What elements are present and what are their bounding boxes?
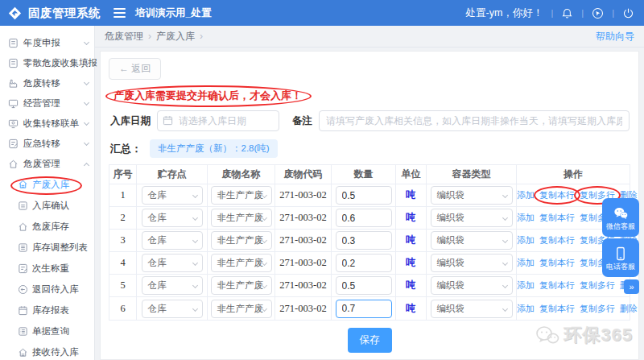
document-pen-icon: [8, 139, 19, 149]
add-row-link[interactable]: 添加: [517, 279, 535, 292]
divider: |: [581, 8, 584, 18]
wechat-service-button[interactable]: 微信客服: [602, 198, 639, 237]
inbound-date-input[interactable]: [157, 110, 279, 131]
sidebar-item-stock-report[interactable]: 库存报表: [0, 300, 94, 321]
copy-row-link[interactable]: 复制本行: [539, 279, 575, 292]
container-value: 编织袋: [437, 279, 465, 292]
container-select[interactable]: 编织袋: [431, 276, 513, 295]
waste-name-select[interactable]: 非生产产废: [211, 231, 272, 250]
sidebar-item-label: 单据查询: [32, 325, 69, 337]
add-row-link[interactable]: 添加: [517, 257, 535, 269]
sidebar-item-waste-inbound[interactable]: 产废入库: [0, 174, 94, 195]
return-arrow-icon: [18, 284, 28, 295]
container-value: 编织袋: [437, 212, 465, 224]
storage-select[interactable]: 仓库: [142, 209, 203, 227]
waste-name-select[interactable]: 非生产产废: [211, 254, 272, 272]
breadcrumb-level1[interactable]: 危废管理: [105, 30, 143, 43]
sidebar-item-return-pending[interactable]: 退回待入库: [0, 279, 94, 300]
sidebar-nav: 年度申报 零散危废收集填报 危废转移 经营管理 收集转移联单 应急转移 危废管理: [0, 26, 95, 360]
remark-input[interactable]: [319, 110, 630, 131]
guide-demo-icon[interactable]: [592, 7, 604, 19]
quantity-input[interactable]: [336, 231, 392, 250]
copy-row-link[interactable]: 复制本行: [539, 303, 575, 315]
sidebar-item-label: 危废管理: [23, 158, 60, 170]
save-button[interactable]: 保存: [348, 328, 392, 353]
sidebar-item-secondary-weigh[interactable]: 次生称重: [0, 258, 94, 279]
waste-code: 271-003-02: [275, 275, 332, 296]
sidebar-item-doc-query[interactable]: 单据查询: [0, 321, 94, 341]
quantity-input[interactable]: [336, 209, 392, 227]
row-index: 3: [109, 230, 137, 251]
sidebar-item-waste-transfer[interactable]: 危废转移: [0, 73, 94, 93]
container-select[interactable]: 编织袋: [431, 186, 513, 205]
col-header-container: 容器类型: [427, 165, 517, 184]
quantity-input[interactable]: [336, 276, 392, 295]
waste-name-select[interactable]: 非生产产废: [211, 300, 272, 318]
chevron-down-icon: [192, 283, 197, 288]
breadcrumb-level2[interactable]: 产废入库: [156, 30, 195, 43]
copy-multi-rows-link[interactable]: 复制多行: [580, 303, 615, 315]
sidebar-item-inbound-confirm[interactable]: 入库确认: [0, 195, 94, 216]
row-index: 6: [109, 297, 137, 320]
copy-row-link[interactable]: 复制本行: [539, 212, 575, 224]
notification-bell-icon[interactable]: [561, 7, 573, 19]
user-greeting: 处置-ym，你好！: [466, 6, 543, 20]
menu-toggle-icon[interactable]: [114, 8, 126, 18]
divider: |: [551, 8, 553, 18]
sidebar-item-scattered-waste[interactable]: 零散危废收集填报: [0, 53, 94, 73]
sidebar-item-label: 次生称重: [32, 263, 69, 275]
sidebar-item-operation-mgmt[interactable]: 经营管理: [0, 93, 94, 114]
collapse-panel-button[interactable]: »: [624, 279, 639, 294]
quantity-input[interactable]: [336, 186, 392, 205]
waste-name-select[interactable]: 非生产产废: [211, 209, 272, 227]
quantity-input-focused[interactable]: [336, 300, 392, 318]
add-row-link[interactable]: 添加: [517, 303, 535, 315]
logout-power-icon[interactable]: [622, 7, 634, 19]
sidebar-item-waste-mgmt[interactable]: 危废管理: [0, 154, 94, 174]
sidebar-item-label: 经营管理: [23, 97, 60, 110]
container-value: 编织袋: [437, 234, 465, 246]
copy-row-link[interactable]: 复制本行: [539, 190, 575, 200]
chevron-down-icon: [192, 305, 197, 311]
list-icon: [18, 326, 28, 337]
container-select[interactable]: 编织袋: [431, 231, 513, 250]
storage-select[interactable]: 仓库: [142, 276, 203, 295]
quantity-input[interactable]: [336, 254, 392, 272]
row-index: 4: [109, 252, 137, 274]
delete-row-link[interactable]: 删除: [620, 303, 638, 315]
chevron-down-icon: [502, 238, 507, 243]
container-value: 编织袋: [437, 189, 465, 201]
copy-row-link[interactable]: 复制本行: [539, 257, 575, 269]
monitor-card-icon: [8, 118, 19, 129]
unit-label: 吨: [396, 207, 427, 229]
storage-value: 仓库: [148, 279, 167, 292]
sidebar-item-annual-report[interactable]: 年度申报: [0, 33, 94, 53]
brand-logo-icon: [535, 325, 559, 346]
add-row-link[interactable]: 添加: [517, 212, 535, 224]
storage-select[interactable]: 仓库: [142, 186, 203, 205]
waste-name-select[interactable]: 非生产产废: [211, 276, 272, 295]
table-header-row: 序号 贮存点 废物名称 废物代码 数量 单位 容器类型 操作: [109, 165, 630, 184]
help-guide-link[interactable]: 帮助向导: [596, 30, 634, 43]
waste-name-select[interactable]: 非生产产废: [211, 186, 272, 205]
add-row-link[interactable]: 添加: [517, 234, 535, 246]
row-index: 2: [109, 207, 137, 229]
container-select[interactable]: 编织袋: [431, 209, 513, 227]
app-logo-icon: [8, 6, 22, 20]
container-select[interactable]: 编织袋: [431, 300, 513, 318]
sidebar-item-waste-stock[interactable]: 危废库存: [0, 216, 94, 237]
storage-select[interactable]: 仓库: [142, 231, 203, 250]
phone-service-button[interactable]: 电话客服: [602, 238, 639, 277]
sidebar-item-receive-pending[interactable]: 接收待入库: [0, 341, 94, 360]
table-row: 3 仓库 非生产产废 271-003-02 吨 编织袋 添加 复制本行 复制多行…: [109, 230, 630, 252]
storage-select[interactable]: 仓库: [142, 254, 203, 272]
sidebar-item-collect-manifest[interactable]: 收集转移联单: [0, 114, 94, 134]
copy-row-link[interactable]: 复制本行: [539, 234, 575, 246]
storage-select[interactable]: 仓库: [142, 300, 203, 318]
sidebar-item-stock-adjust-list[interactable]: 库存调整列表: [0, 237, 94, 258]
add-row-link[interactable]: 添加: [517, 189, 535, 201]
back-button[interactable]: ← 返回: [109, 58, 161, 80]
container-select[interactable]: 编织袋: [431, 254, 513, 272]
monitor-icon: [8, 98, 19, 109]
sidebar-item-emergency-transfer[interactable]: 应急转移: [0, 134, 94, 154]
